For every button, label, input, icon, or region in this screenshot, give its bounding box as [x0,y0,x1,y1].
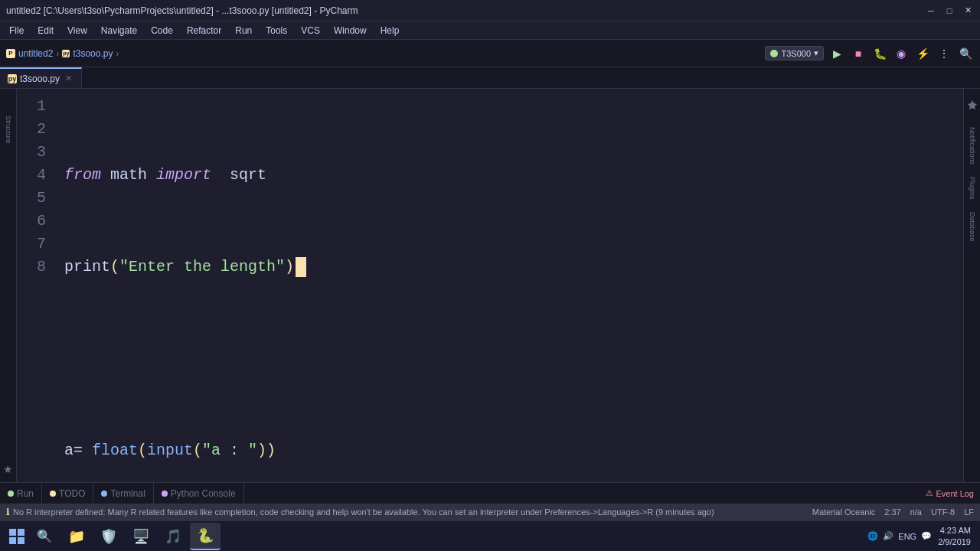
tray-volume[interactable]: 🔊 [883,531,893,541]
line-num-1: 1 [17,95,46,118]
paren-close-2: ) [285,256,294,279]
breadcrumb-project[interactable]: untitled2 [18,48,53,59]
clock-time: 4:23 AM [938,525,971,536]
run-button[interactable]: ▶ [828,45,845,62]
close-button[interactable]: ✕ [962,5,974,17]
status-lf: LF [964,507,974,517]
search-everywhere-button[interactable]: 🔍 [957,45,974,62]
tray-network[interactable]: 🌐 [867,531,878,541]
status-nav[interactable]: n/a [910,507,922,517]
line-num-4: 4 [17,164,46,187]
bottom-right: ⚠ Event Log [926,488,980,498]
taskbar: 🔍 📁 🛡️ 🖥️ 🎵 🐍 🌐 🔊 ENG 💬 4:23 AM 2/9/2019 [0,520,980,551]
config-icon [770,50,778,57]
breadcrumb-separator: › [56,48,59,59]
taskbar-app-shield[interactable]: 🛡️ [93,523,124,550]
func-print-2: print [64,256,110,279]
tab-close-button[interactable]: ✕ [63,73,74,84]
taskbar-app-media[interactable]: 🎵 [158,523,188,550]
paren-open-2: ( [110,256,119,279]
line-num-5: 5 [17,187,46,210]
menu-file[interactable]: File [3,24,30,37]
terminal-tab[interactable]: Terminal [93,483,153,504]
python-console-tab[interactable]: Python Console [154,483,244,504]
database-label[interactable]: Database [969,212,976,242]
minimize-button[interactable]: ─ [925,5,937,17]
breadcrumb: P untitled2 › py t3sooo.py › [6,48,762,59]
line-numbers: 1 2 3 4 5 6 7 8 [17,89,55,482]
toolbar-right: T3S000 ▾ ▶ ■ 🐛 ◉ ⚡ ⋮ 🔍 [765,45,974,62]
func-input-4: input [147,439,193,462]
breadcrumb-file[interactable]: t3sooo.py [73,48,113,59]
line-num-3: 3 [17,141,46,164]
maximize-button[interactable]: □ [943,5,956,17]
run-tab-label: Run [17,488,34,499]
keyword-from: from [64,164,101,187]
menu-vcs[interactable]: VCS [295,24,326,37]
favorites-icon[interactable]: ★ [2,462,15,476]
code-content[interactable]: from math import sqrt print ( "Enter the… [55,89,963,482]
line-num-8: 8 [17,256,46,279]
todo-tab-icon [50,491,56,497]
menu-edit[interactable]: Edit [31,24,60,37]
taskbar-app-pycharm[interactable]: 🐍 [190,523,220,550]
event-log-label: Event Log [936,489,974,498]
code-editor[interactable]: 1 2 3 4 5 6 7 8 from math import sqrt [17,89,963,482]
menu-run[interactable]: Run [229,24,258,37]
menu-code[interactable]: Code [145,24,179,37]
profile-button[interactable]: ⚡ [914,45,931,62]
status-right: Material Oceanic 2:37 n/a UTF-8 LF [812,507,974,517]
code-line-3 [64,347,954,370]
taskbar-apps: 📁 🛡️ 🖥️ 🎵 🐍 [58,523,867,550]
tray-lang[interactable]: ENG [898,532,916,541]
taskbar-search-button[interactable]: 🔍 [31,523,58,550]
menu-window[interactable]: Window [328,24,373,37]
breadcrumb-arrow: › [116,48,119,59]
func-sqrt: sqrt [211,164,266,187]
status-line-col[interactable]: 2:37 [884,507,900,517]
code-line-2: print ( "Enter the length" ) [64,256,954,279]
code-area: 1 2 3 4 5 6 7 8 from math import sqrt [17,89,963,482]
status-warning-text: No R interpreter defined: Many R related… [13,507,714,517]
main-content: Structure ★ 1 2 3 4 5 6 7 8 from math im… [0,89,980,482]
taskbar-app-terminal[interactable]: 🖥️ [126,523,156,550]
menu-view[interactable]: View [61,24,93,37]
menu-refactor[interactable]: Refactor [181,24,227,37]
run-tab[interactable]: Run [0,483,42,504]
plugins-label[interactable]: Plugins [969,177,976,200]
start-button[interactable] [3,523,31,550]
status-warning: ℹ No R interpreter defined: Many R relat… [6,507,812,517]
menu-help[interactable]: Help [374,24,406,37]
notifications-label[interactable]: Notifications [969,127,976,165]
system-clock[interactable]: 4:23 AM 2/9/2019 [938,525,971,547]
structure-icon[interactable]: Structure [2,122,15,136]
more-options-button[interactable]: ⋮ [936,45,952,62]
file-tab-t3sooo[interactable]: py t3sooo.py ✕ [0,67,82,88]
status-encoding[interactable]: UTF-8 [931,507,955,517]
menu-navigate[interactable]: Navigate [95,24,143,37]
var-a: a= [64,439,92,462]
todo-tab-label: TODO [59,488,85,499]
system-tray: 🌐 🔊 ENG 💬 [867,531,932,541]
todo-tab[interactable]: TODO [42,483,93,504]
func-float-4: float [92,439,138,462]
run-config-selector[interactable]: T3S000 ▾ [765,46,824,60]
debug-button[interactable]: 🐛 [871,45,888,62]
stop-button[interactable]: ■ [850,45,867,62]
code-line-1: from math import sqrt [64,164,954,187]
taskbar-app-explorer[interactable]: 📁 [61,523,92,550]
menu-tools[interactable]: Tools [260,24,293,37]
status-bar: ℹ No R interpreter defined: Many R relat… [0,504,980,520]
event-log-tab[interactable]: ⚠ Event Log [926,488,974,498]
project-icon: P [6,49,15,58]
window-controls: ─ □ ✕ [925,5,974,17]
coverage-button[interactable]: ◉ [893,45,910,62]
line-num-6: 6 [17,210,46,233]
python-console-tab-icon [162,491,168,497]
notifications-panel-icon[interactable] [965,98,979,112]
status-theme[interactable]: Material Oceanic [812,507,876,517]
tray-notification[interactable]: 💬 [921,531,932,541]
paren-4a: ( [138,439,147,462]
tab-label: t3sooo.py [20,73,60,84]
keyword-import: import [156,164,211,187]
